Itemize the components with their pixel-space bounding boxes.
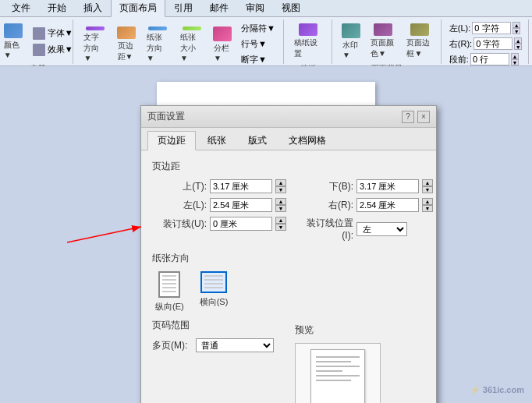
columns-button[interactable]: 分栏▼ bbox=[210, 24, 235, 65]
gutter-pos-row: 装订线位置(I): 左 上 bbox=[299, 217, 433, 241]
indent-left-spin[interactable]: ▲ ▼ bbox=[512, 22, 520, 34]
space-before-up[interactable]: ▲ bbox=[511, 53, 519, 59]
multiple-select[interactable]: 普通 对称页边距 拼页 bbox=[196, 338, 274, 352]
tab-mailings[interactable]: 邮件 bbox=[201, 0, 237, 16]
orientation-label: 纸张方向▼ bbox=[147, 32, 169, 62]
indent-left-down[interactable]: ▼ bbox=[512, 28, 520, 34]
margins-section-title: 页边距 bbox=[152, 160, 425, 173]
dialog-tab-layout[interactable]: 版式 bbox=[238, 131, 277, 150]
preview-line-2 bbox=[316, 361, 351, 362]
bottom-margin-up[interactable]: ▲ bbox=[422, 179, 433, 186]
theme-color-button[interactable]: 颜色▼ bbox=[0, 21, 27, 62]
indent-right-down[interactable]: ▼ bbox=[514, 44, 522, 50]
gutter-input[interactable] bbox=[210, 217, 272, 231]
lineno-button[interactable]: 行号▼ bbox=[238, 37, 278, 51]
space-before-input[interactable] bbox=[470, 53, 509, 65]
text-direction-label: 文字方向▼ bbox=[83, 32, 106, 62]
page-color-button[interactable]: 页面颜色▼ bbox=[367, 21, 400, 62]
indent-right-input[interactable] bbox=[473, 37, 512, 50]
break-button[interactable]: 分隔符▼ bbox=[238, 21, 278, 36]
space-before-down[interactable]: ▼ bbox=[511, 59, 519, 65]
theme-effect-button[interactable]: 效果▼ bbox=[30, 42, 76, 58]
dialog-close-button[interactable]: × bbox=[417, 111, 430, 123]
left-margin-spin[interactable]: ▲ ▼ bbox=[275, 198, 286, 212]
columns-icon bbox=[213, 27, 232, 41]
draft-button[interactable]: 稿纸设置 bbox=[290, 21, 327, 62]
ribbon-tabs: 文件 开始 插入 页面布局 引用 邮件 审阅 视图 bbox=[0, 0, 532, 17]
left-margin-row: 左(L): ▲ ▼ bbox=[152, 198, 286, 212]
pages-row: 多页(M): 普通 对称页边距 拼页 bbox=[152, 338, 282, 352]
theme-effect-label: 效果▼ bbox=[48, 44, 73, 55]
gutter-up[interactable]: ▲ bbox=[275, 217, 286, 224]
pages-preview-row: 页码范围 多页(M): 普通 对称页边距 拼页 bbox=[152, 319, 425, 403]
left-margin-up[interactable]: ▲ bbox=[275, 198, 286, 205]
top-margin-up[interactable]: ▲ bbox=[275, 179, 286, 186]
top-margin-input[interactable] bbox=[210, 179, 272, 193]
margins-left-col: 上(T): ▲ ▼ 左(L): ▲ ▼ bbox=[152, 179, 286, 246]
right-margin-up[interactable]: ▲ bbox=[422, 198, 433, 205]
preview-line-4 bbox=[316, 370, 342, 372]
dialog-tab-docgrid[interactable]: 文档网格 bbox=[278, 131, 336, 150]
preview-line-1 bbox=[316, 356, 360, 358]
dialog-tab-margins[interactable]: 页边距 bbox=[147, 131, 196, 150]
orientation-button[interactable]: 纸张方向▼ bbox=[143, 24, 173, 65]
dialog-tab-paper[interactable]: 纸张 bbox=[197, 131, 236, 150]
hyphen-button[interactable]: 断字▼ bbox=[238, 52, 278, 67]
tab-review[interactable]: 审阅 bbox=[237, 0, 273, 16]
page-small-buttons: 分隔符▼ 行号▼ 断字▼ bbox=[238, 21, 278, 67]
top-margin-spin[interactable]: ▲ ▼ bbox=[275, 179, 286, 193]
indent-left-input[interactable] bbox=[472, 22, 511, 34]
indent-right-spin[interactable]: ▲ ▼ bbox=[514, 37, 522, 50]
paper-size-button[interactable]: 纸张大小▼ bbox=[176, 24, 207, 65]
page-color-icon bbox=[374, 23, 392, 36]
gutter-pos-label: 装订线位置(I): bbox=[299, 217, 353, 241]
dialog-help-button[interactable]: ? bbox=[402, 111, 414, 123]
text-direction-icon bbox=[86, 27, 105, 30]
margin-icon bbox=[117, 27, 136, 39]
group-draft: 稿纸设置 稿纸 bbox=[286, 19, 332, 64]
top-margin-label: 上(T): bbox=[152, 180, 207, 193]
page-border-button[interactable]: 页面边框▼ bbox=[403, 21, 436, 62]
indent-right-up[interactable]: ▲ bbox=[514, 37, 522, 44]
ribbon: 文件 开始 插入 页面布局 引用 邮件 审阅 视图 颜色▼ 字体▼ bbox=[0, 0, 532, 66]
tab-file[interactable]: 文件 bbox=[3, 0, 39, 16]
tab-insert[interactable]: 插入 bbox=[75, 0, 111, 16]
margin-button[interactable]: 页边距▼ bbox=[114, 24, 140, 65]
right-margin-input[interactable] bbox=[356, 198, 419, 212]
bottom-margin-spin[interactable]: ▲ ▼ bbox=[422, 179, 433, 193]
right-margin-spin[interactable]: ▲ ▼ bbox=[422, 198, 433, 212]
theme-font-button[interactable]: 字体▼ bbox=[30, 26, 76, 41]
gutter-down[interactable]: ▼ bbox=[275, 224, 286, 231]
group-page-setup: 文字方向▼ 页边距▼ 纸张方向▼ 纸张大小▼ 分栏▼ bbox=[75, 19, 284, 64]
space-before-label: 段前: bbox=[449, 54, 469, 65]
pages-section-title: 页码范围 bbox=[152, 319, 282, 332]
page-color-label: 页面颜色▼ bbox=[371, 37, 396, 59]
tab-references[interactable]: 引用 bbox=[165, 0, 201, 16]
right-margin-down[interactable]: ▼ bbox=[422, 205, 433, 212]
space-before-row: 段前: ▲ ▼ bbox=[449, 53, 519, 65]
left-margin-down[interactable]: ▼ bbox=[275, 205, 286, 212]
watermark-button[interactable]: 水印▼ bbox=[339, 21, 364, 62]
tab-view[interactable]: 视图 bbox=[273, 0, 309, 16]
tab-home[interactable]: 开始 bbox=[39, 0, 75, 16]
ribbon-body: 颜色▼ 字体▼ 效果▼ 主题 bbox=[0, 17, 532, 66]
space-before-spin[interactable]: ▲ ▼ bbox=[511, 53, 519, 65]
portrait-option[interactable]: 纵向(E) bbox=[155, 271, 184, 313]
gutter-pos-select[interactable]: 左 上 bbox=[356, 222, 407, 236]
preview-line-6 bbox=[316, 380, 351, 381]
text-direction-button[interactable]: 文字方向▼ bbox=[80, 24, 110, 65]
left-margin-input[interactable] bbox=[210, 198, 272, 212]
gutter-spin[interactable]: ▲ ▼ bbox=[275, 217, 286, 231]
orientation-icon bbox=[148, 27, 167, 30]
orientation-section: 纸张方向 纵向(E) 横向(S) bbox=[152, 252, 425, 313]
bottom-margin-input[interactable] bbox=[356, 179, 419, 193]
landscape-option[interactable]: 横向(S) bbox=[200, 271, 229, 313]
bottom-margin-down[interactable]: ▼ bbox=[422, 186, 433, 193]
top-margin-down[interactable]: ▼ bbox=[275, 186, 286, 193]
landscape-label: 横向(S) bbox=[200, 296, 229, 308]
indent-left-up[interactable]: ▲ bbox=[512, 22, 520, 28]
page-border-label: 页面边框▼ bbox=[406, 37, 432, 59]
dialog-title: 页面设置 bbox=[147, 110, 185, 123]
tab-layout[interactable]: 页面布局 bbox=[111, 0, 165, 17]
hyphen-label: 断字▼ bbox=[241, 54, 267, 65]
